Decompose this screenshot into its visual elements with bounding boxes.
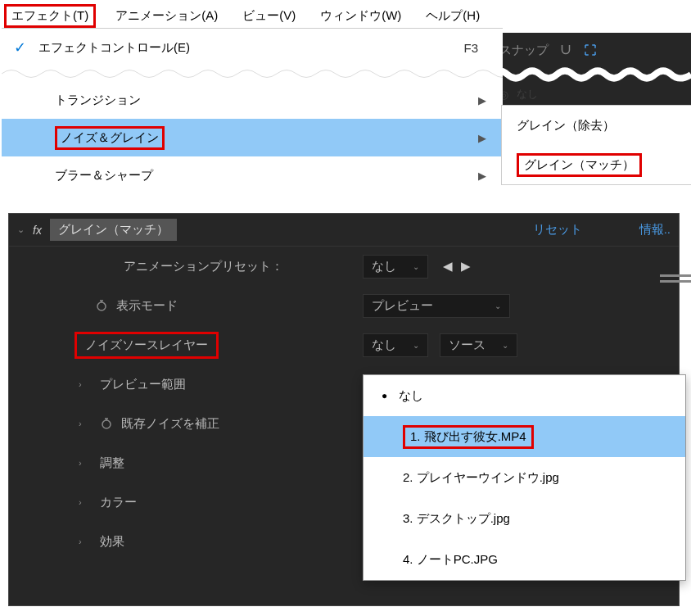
- chevron-right-icon[interactable]: ›: [79, 419, 92, 428]
- preset-label: アニメーションプリセット：: [124, 259, 283, 274]
- menu-blur-sharpen[interactable]: ブラー＆シャープ ▶: [2, 156, 503, 194]
- layer-label: 1. 飛び出す彼女.MP4: [403, 425, 534, 449]
- submenu-grain-remove[interactable]: グレイン（除去）: [502, 106, 691, 145]
- svg-point-0: [97, 302, 106, 310]
- preset-dropdown[interactable]: なし ⌄: [363, 255, 428, 279]
- snap-magnet-icon[interactable]: [558, 43, 573, 57]
- submenu-label: グレイン（マッチ）: [517, 153, 642, 177]
- right-tools-panel: スナップ ◎なし: [491, 33, 691, 106]
- chevron-down-icon: ⌄: [502, 341, 508, 350]
- stopwatch-icon[interactable]: [95, 299, 108, 312]
- stopwatch-icon[interactable]: [100, 417, 113, 430]
- chevron-right-icon: ▶: [478, 94, 486, 106]
- effect-dropdown: ✓ エフェクトコントロール(E) F3 トランジション ▶ ノイズ＆グレイン ▶…: [2, 28, 503, 194]
- prev-arrow-icon[interactable]: ◀: [443, 259, 453, 274]
- snap-label: スナップ: [499, 43, 549, 58]
- display-mode-dropdown[interactable]: プレビュー ⌄: [363, 294, 510, 318]
- menu-effect[interactable]: エフェクト(T): [4, 4, 96, 28]
- chevron-right-icon: ›: [79, 458, 92, 468]
- chevron-right-icon: ›: [79, 537, 92, 546]
- next-arrow-icon[interactable]: ▶: [461, 259, 471, 274]
- preset-nav: ◀ ▶: [443, 259, 471, 274]
- preset-value: なし: [372, 259, 396, 274]
- prop-label: 効果: [100, 534, 124, 550]
- layer-picker-popup: ● なし 1. 飛び出す彼女.MP4 2. プレイヤーウインドウ.jpg 3. …: [363, 374, 686, 581]
- fullscreen-icon[interactable]: [583, 43, 598, 57]
- prop-noise-source-layer: ノイズソースレイヤー なし ⌄ ソース ⌄: [9, 325, 679, 365]
- layer-label: 3. デスクトップ.jpg: [403, 511, 510, 527]
- layer-label: なし: [399, 388, 423, 404]
- layer-label: 2. プレイヤーウインドウ.jpg: [403, 470, 559, 486]
- effect-title[interactable]: グレイン（マッチ）: [50, 219, 177, 241]
- prop-label: 既存ノイズを補正: [121, 416, 219, 432]
- prop-label: プレビュー範囲: [100, 377, 186, 392]
- prop-label: カラー: [100, 495, 137, 510]
- noise-source-dropdown[interactable]: ソース ⌄: [440, 333, 517, 357]
- check-icon: ✓: [14, 38, 38, 57]
- menu-view[interactable]: ビュー(V): [237, 7, 300, 25]
- prop-animation-preset: アニメーションプリセット： なし ⌄ ◀ ▶: [9, 247, 679, 286]
- right-panel-row: ◎なし: [491, 82, 691, 106]
- menu-item-label: エフェクトコントロール(E): [38, 40, 463, 56]
- menu-window[interactable]: ウィンドウ(W): [315, 7, 406, 25]
- submenu-grain-match[interactable]: グレイン（マッチ）: [502, 145, 691, 184]
- info-link[interactable]: 情報..: [639, 222, 671, 238]
- effect-header: ⌄ fx グレイン（マッチ） リセット 情報..: [9, 214, 679, 247]
- layer-option-none[interactable]: ● なし: [364, 375, 685, 416]
- menu-item-label: ブラー＆シャープ: [55, 168, 478, 183]
- submenu-label: グレイン（除去）: [517, 118, 615, 134]
- noise-grain-submenu: グレイン（除去） グレイン（マッチ）: [501, 105, 691, 185]
- layer-option-2[interactable]: 2. プレイヤーウインドウ.jpg: [364, 457, 685, 498]
- prop-label: ノイズソースレイヤー: [75, 332, 219, 359]
- twist-down-icon[interactable]: ⌄: [17, 224, 25, 235]
- dropdown-value: なし: [372, 337, 396, 353]
- chevron-down-icon: ⌄: [413, 262, 419, 271]
- menu-item-label: トランジション: [55, 93, 478, 108]
- layer-option-4[interactable]: 4. ノートPC.JPG: [364, 539, 685, 580]
- chevron-down-icon: ⌄: [495, 301, 501, 310]
- dropdown-value: プレビュー: [372, 298, 433, 314]
- chevron-right-icon: ›: [79, 497, 92, 507]
- menu-effect-controls[interactable]: ✓ エフェクトコントロール(E) F3: [2, 29, 503, 66]
- shortcut-label: F3: [463, 41, 478, 55]
- chevron-down-icon: ⌄: [413, 341, 419, 350]
- menubar: エフェクト(T) アニメーション(A) ビュー(V) ウィンドウ(W) ヘルプ(…: [0, 0, 691, 28]
- prop-label: 調整: [100, 455, 124, 471]
- fx-badge-icon[interactable]: fx: [33, 224, 42, 237]
- prop-display-mode: 表示モード プレビュー ⌄: [9, 286, 679, 325]
- timeline-tracks: [660, 274, 691, 291]
- reset-link[interactable]: リセット: [533, 222, 582, 238]
- effect-controls-panel: ⌄ fx グレイン（マッチ） リセット 情報.. アニメーションプリセット： な…: [8, 213, 680, 606]
- layer-option-1[interactable]: 1. 飛び出す彼女.MP4: [364, 416, 685, 457]
- prop-label: 表示モード: [116, 298, 178, 314]
- chevron-right-icon: ▶: [478, 170, 486, 182]
- layer-label: 4. ノートPC.JPG: [403, 552, 498, 568]
- layer-option-3[interactable]: 3. デスクトップ.jpg: [364, 498, 685, 539]
- menu-item-label: ノイズ＆グレイン: [55, 126, 478, 150]
- noise-layer-dropdown[interactable]: なし ⌄: [363, 333, 428, 357]
- chevron-right-icon: ›: [79, 379, 92, 389]
- menu-help[interactable]: ヘルプ(H): [421, 7, 485, 25]
- menu-noise-grain[interactable]: ノイズ＆グレイン ▶: [2, 119, 503, 156]
- bullet-icon: ●: [382, 390, 387, 401]
- chevron-right-icon: ▶: [478, 132, 486, 144]
- svg-point-3: [102, 420, 111, 428]
- menu-animation[interactable]: アニメーション(A): [111, 7, 223, 25]
- menu-transition[interactable]: トランジション ▶: [2, 81, 503, 119]
- dropdown-value: ソース: [449, 337, 486, 353]
